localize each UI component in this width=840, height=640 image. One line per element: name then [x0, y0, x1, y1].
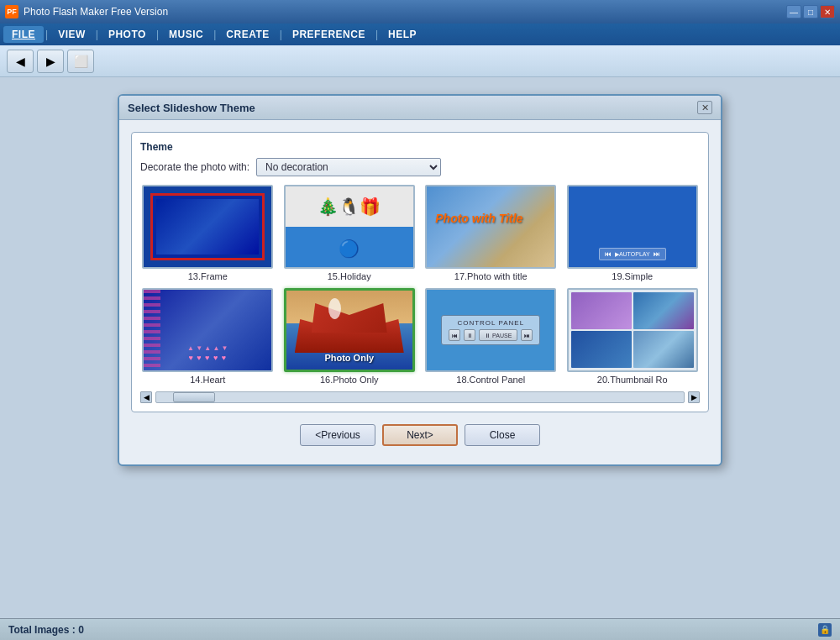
theme-label-17: 17.Photo with title	[454, 271, 528, 281]
theme-item-15[interactable]: 🎄🐧🎁 🔵 15.Holiday	[282, 185, 417, 281]
window-close-button[interactable]: ✕	[820, 5, 835, 18]
menu-item-create[interactable]: Create	[218, 26, 277, 43]
thumb-img-19: ⏮ ▶AUTOPLAY ⏭	[567, 185, 698, 269]
dialog-close-button[interactable]: ✕	[697, 101, 712, 114]
maximize-button[interactable]: □	[803, 5, 818, 18]
theme-section-label: Theme	[140, 141, 700, 153]
app-title: Photo Flash Maker Free Version	[24, 6, 168, 18]
thumb-17-overlay-text: Photo with Title	[435, 212, 522, 225]
title-bar: PF Photo Flash Maker Free Version — □ ✕	[0, 0, 840, 24]
status-text: Total Images : 0	[8, 624, 84, 636]
status-icon: 🔒	[818, 623, 832, 637]
theme-row: Decorate the photo with: No decoration F…	[140, 158, 700, 176]
theme-item-14[interactable]: ♥ ♥ ♥ ♥ ♥ ▲ ▼ ▲ ▲ ▼ 14.Heart	[140, 288, 276, 385]
theme-label-14: 14.Heart	[190, 375, 225, 385]
toolbar-btn-1[interactable]: ◀	[7, 50, 34, 73]
scroll-right-arrow[interactable]: ▶	[688, 391, 700, 403]
thumb-img-16: Photo Only	[284, 288, 415, 372]
app-icon: PF	[5, 5, 18, 18]
thumb-img-15: 🎄🐧🎁 🔵	[284, 185, 415, 269]
toolbar-btn-2[interactable]: ▶	[37, 50, 64, 73]
menu-item-photo[interactable]: Photo	[100, 26, 155, 43]
theme-label-19: 19.Simple	[612, 271, 653, 281]
theme-item-16[interactable]: Photo Only 16.Photo Only	[282, 288, 417, 385]
scroll-track[interactable]	[155, 391, 685, 403]
menu-item-view[interactable]: View	[50, 26, 94, 43]
theme-label-16: 16.Photo Only	[320, 375, 379, 385]
decorate-label: Decorate the photo with:	[140, 161, 249, 173]
scroll-thumb[interactable]	[173, 392, 215, 402]
theme-thumbnail-grid: 13.Frame 🎄🐧🎁 🔵 15.Holiday	[140, 185, 700, 385]
theme-dropdown[interactable]: No decoration Frame Holiday	[256, 158, 441, 176]
status-bar: Total Images : 0 🔒	[0, 618, 840, 640]
next-button[interactable]: Next>	[382, 424, 458, 446]
minimize-button[interactable]: —	[786, 5, 801, 18]
thumb-16-overlay-text: Photo Only	[286, 353, 412, 363]
theme-item-17[interactable]: Photo with Title 17.Photo with title	[423, 185, 559, 281]
main-area: Select Slideshow Theme ✕ Theme Decorate …	[0, 77, 840, 618]
theme-label-18: 18.Control Panel	[456, 375, 525, 385]
menu-item-help[interactable]: Help	[380, 26, 425, 43]
thumb-img-14: ♥ ♥ ♥ ♥ ♥ ▲ ▼ ▲ ▲ ▼	[142, 288, 273, 372]
dialog-buttons: <Previous Next> Close	[131, 412, 709, 453]
theme-item-18[interactable]: CONTROL PANEL ⏮ ⏸ ⏸ PAUSE ⏭	[423, 288, 559, 385]
dialog-title: Select Slideshow Theme	[128, 102, 255, 114]
thumb-img-18: CONTROL PANEL ⏮ ⏸ ⏸ PAUSE ⏭	[425, 288, 556, 372]
theme-section: Theme Decorate the photo with: No decora…	[131, 132, 709, 412]
theme-item-20[interactable]: 20.Thumbnail Ro	[565, 288, 701, 385]
toolbar-btn-3[interactable]: ⬜	[67, 50, 94, 73]
theme-item-13[interactable]: 13.Frame	[140, 185, 276, 281]
dialog-content: Theme Decorate the photo with: No decora…	[119, 120, 721, 464]
previous-button[interactable]: <Previous	[300, 424, 375, 446]
close-button[interactable]: Close	[465, 424, 540, 446]
theme-label-20: 20.Thumbnail Ro	[597, 375, 668, 385]
menu-bar: File | View | Photo | Music | Create | P…	[0, 24, 840, 45]
menu-item-preference[interactable]: Preference	[284, 26, 374, 43]
title-bar-controls: — □ ✕	[786, 5, 835, 18]
slideshow-theme-dialog: Select Slideshow Theme ✕ Theme Decorate …	[118, 94, 722, 466]
menu-item-file[interactable]: File	[3, 26, 44, 43]
horizontal-scrollbar: ◀ ▶	[140, 391, 700, 403]
scroll-left-arrow[interactable]: ◀	[140, 391, 152, 403]
thumb-img-17: Photo with Title	[425, 185, 556, 269]
thumb-img-13	[142, 185, 273, 269]
title-bar-left: PF Photo Flash Maker Free Version	[5, 5, 168, 18]
thumb-img-20	[567, 288, 698, 372]
theme-label-15: 15.Holiday	[328, 271, 371, 281]
toolbar: ◀ ▶ ⬜	[0, 45, 840, 77]
theme-item-19[interactable]: ⏮ ▶AUTOPLAY ⏭ 19.Simple	[565, 185, 701, 281]
menu-item-music[interactable]: Music	[160, 26, 212, 43]
theme-label-13: 13.Frame	[188, 271, 228, 281]
dialog-title-bar: Select Slideshow Theme ✕	[119, 96, 721, 120]
